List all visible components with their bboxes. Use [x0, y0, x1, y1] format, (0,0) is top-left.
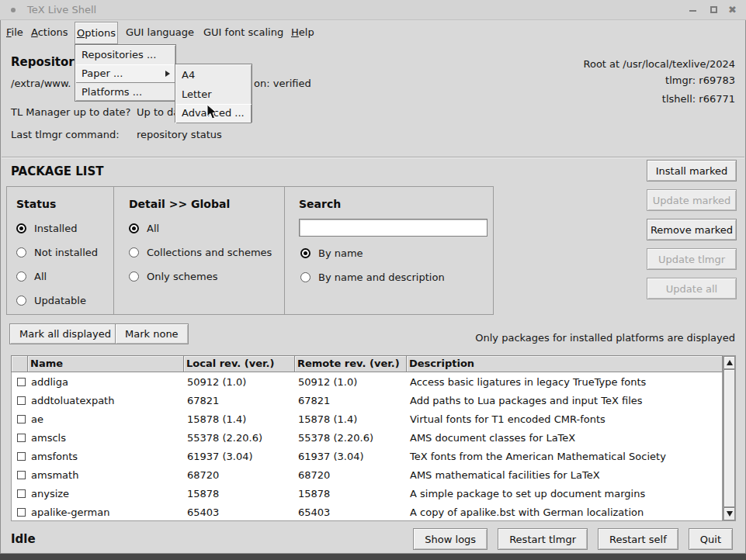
scrollbar-thumb[interactable] [723, 369, 735, 507]
package-name: apalike-german [29, 506, 185, 518]
table-row[interactable]: addtoluatexpath 67821 67821 Add paths to… [12, 391, 722, 410]
show-logs-button[interactable]: Show logs [413, 528, 488, 550]
radio-status-all[interactable]: All [16, 271, 47, 282]
menu-file[interactable]: File [6, 20, 23, 44]
menu-item-a4[interactable]: A4 [175, 66, 252, 85]
titlebar: TeX Live Shell ✖ [0, 0, 746, 20]
column-remote-rev[interactable]: Remote rev. (ver.) [295, 355, 407, 372]
radio-icon [300, 248, 311, 258]
package-checkbox[interactable] [17, 489, 26, 498]
statusbar-buttons: Show logs Restart tlmgr Restart self Qui… [413, 528, 733, 550]
search-group-label: Search [299, 198, 341, 210]
package-remote-rev: 61937 (3.04) [296, 451, 408, 462]
column-local-rev[interactable]: Local rev. (ver.) [184, 355, 295, 372]
package-name: ae [29, 413, 185, 425]
window-title: TeX Live Shell [27, 4, 96, 16]
texlive-shell-window: TeX Live Shell ✖ File Actions Options GU… [0, 0, 746, 560]
radio-icon [16, 247, 26, 258]
radio-detail-only-schemes[interactable]: Only schemes [129, 271, 218, 282]
table-row[interactable]: anysize 15878 15878 A simple package to … [12, 484, 722, 503]
package-list-heading: PACKAGE LIST [11, 164, 103, 178]
search-input[interactable] [299, 219, 488, 237]
table-row[interactable]: amscls 55378 (2.20.6) 55378 (2.20.6) AMS… [12, 428, 722, 447]
radio-icon [129, 223, 139, 233]
status-text: Idle [11, 532, 36, 546]
package-name: anysize [29, 488, 185, 500]
column-name[interactable]: Name [28, 355, 184, 372]
radio-icon [129, 247, 139, 258]
mark-all-displayed-button[interactable]: Mark all displayed [9, 323, 121, 344]
minimize-button[interactable] [687, 4, 699, 16]
menu-help[interactable]: Help [291, 20, 314, 44]
uptodate-value-fragment: Up to da [137, 106, 179, 118]
package-local-rev: 15878 (1.4) [185, 413, 296, 425]
package-name: amsmath [29, 469, 185, 481]
repository-url-fragment-left: /extra/www. [11, 78, 71, 89]
package-remote-rev: 65403 [296, 506, 408, 518]
status-group-label: Status [16, 198, 56, 210]
package-checkbox[interactable] [17, 415, 26, 423]
package-description: Virtual fonts for T1 encoded CMR-fonts [408, 413, 722, 425]
radio-icon [16, 271, 26, 282]
radio-icon [16, 296, 26, 306]
remove-marked-button[interactable]: Remove marked [647, 219, 737, 240]
install-marked-button[interactable]: Install marked [647, 160, 737, 181]
package-remote-rev: 15878 (1.4) [296, 413, 408, 425]
radio-status-not-installed[interactable]: Not installed [16, 247, 98, 258]
restart-self-button[interactable]: Restart self [598, 528, 678, 550]
package-remote-rev: 55378 (2.20.6) [296, 432, 408, 444]
uptodate-label: TL Manager up to date? [11, 106, 130, 118]
vertical-scrollbar[interactable] [723, 355, 736, 521]
radio-status-updatable[interactable]: Updatable [16, 295, 86, 306]
repository-heading: Repository [11, 55, 82, 69]
package-checkbox[interactable] [17, 396, 26, 405]
menu-gui-font-scaling[interactable]: GUI font scaling [203, 20, 283, 44]
menu-options[interactable]: Options [75, 22, 118, 44]
radio-detail-collections[interactable]: Collections and schemes [129, 247, 272, 258]
radio-status-installed[interactable]: Installed [16, 223, 77, 233]
table-row[interactable]: addliga 50912 (1.0) 50912 (1.0) Access b… [12, 372, 722, 391]
maximize-button[interactable] [708, 4, 720, 16]
table-row[interactable]: amsfonts 61937 (3.04) 61937 (3.04) TeX f… [12, 447, 722, 465]
radio-search-by-name[interactable]: By name [300, 247, 363, 258]
last-command-value: repository status [137, 129, 222, 140]
scroll-down-button[interactable] [723, 507, 735, 520]
restart-tlmgr-button[interactable]: Restart tlmgr [498, 528, 588, 550]
minimize-icon [689, 10, 696, 12]
menubar: File Actions Options GUI language GUI fo… [0, 20, 746, 44]
package-checkbox[interactable] [17, 471, 26, 479]
mark-none-button[interactable]: Mark none [115, 323, 189, 344]
menu-item-paper[interactable]: Paper ... [75, 64, 175, 83]
radio-detail-all[interactable]: All [129, 223, 159, 233]
package-description: AMS mathematical facilities for LaTeX [408, 469, 722, 481]
table-row[interactable]: ae 15878 (1.4) 15878 (1.4) Virtual fonts… [12, 410, 722, 428]
column-description[interactable]: Description [407, 355, 723, 372]
menu-item-letter[interactable]: Letter [175, 85, 252, 105]
scroll-up-button[interactable] [723, 356, 735, 369]
package-checkbox[interactable] [17, 434, 26, 442]
close-button[interactable]: ✖ [727, 4, 740, 16]
package-local-rev: 15878 [185, 488, 296, 500]
divider [284, 187, 285, 314]
last-command-label: Last tlmgr command: [11, 129, 120, 140]
table-body: addliga 50912 (1.0) 50912 (1.0) Access b… [11, 372, 723, 521]
repository-url-fragment-right: on: verified [254, 78, 311, 89]
package-checkbox[interactable] [17, 508, 26, 517]
menu-item-platforms[interactable]: Platforms ... [75, 83, 175, 102]
menu-gui-language[interactable]: GUI language [126, 20, 194, 44]
options-dropdown-menu: Repositories ... Paper ... Platforms ... [75, 44, 176, 102]
radio-search-by-name-description[interactable]: By name and description [300, 271, 445, 282]
package-local-rev: 55378 (2.20.6) [185, 432, 296, 444]
menu-item-repositories[interactable]: Repositories ... [75, 46, 175, 64]
package-description: Add paths to Lua packages and input TeX … [408, 395, 722, 406]
table-row[interactable]: apalike-german 65403 65403 A copy of apa… [12, 503, 722, 521]
filter-panel: Status Installed Not installed All Updat… [6, 186, 494, 315]
package-checkbox[interactable] [17, 452, 26, 461]
quit-button[interactable]: Quit [689, 528, 733, 550]
table-row[interactable]: amsmath 68720 68720 AMS mathematical fac… [12, 465, 722, 484]
menu-actions[interactable]: Actions [31, 20, 68, 44]
package-description: A simple package to set up document marg… [408, 488, 722, 500]
package-checkbox[interactable] [17, 378, 26, 386]
column-checkbox[interactable] [11, 355, 28, 372]
package-description: Access basic ligatures in legacy TrueTyp… [408, 376, 722, 388]
